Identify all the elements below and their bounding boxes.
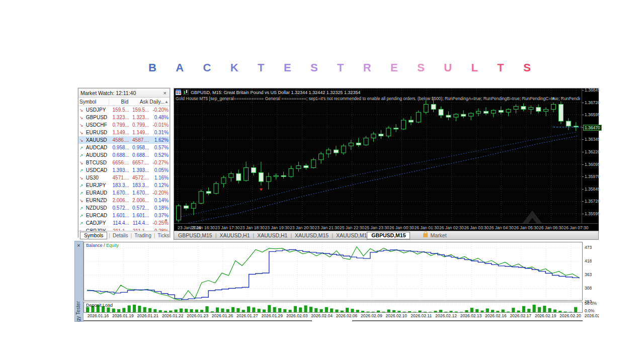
chart-tab-xauusd-h1[interactable]: XAUUSD,H1 <box>257 232 287 238</box>
arrow-up-icon: ↗ <box>79 206 86 211</box>
chart-type-icon <box>183 89 189 95</box>
scroll-down-icon[interactable]: ▼ <box>164 218 168 223</box>
ask-value: 0.688... <box>129 152 149 158</box>
date-label: 2026.02.13 <box>460 313 482 318</box>
tab-separator: | <box>109 233 110 238</box>
market-watch-tabs: Symbols|Details|Trading|Ticks <box>78 231 170 240</box>
table-row[interactable]: ↗AUDCAD0.958...0.958...0.57% <box>78 144 170 151</box>
chart-tab-gbpusd-m15[interactable]: GBPUSD,M15 <box>367 232 410 239</box>
bid-value: 0.688... <box>109 152 129 158</box>
price-label: 1.36220 <box>585 149 600 154</box>
time-label: 23 Jan 16:30 <box>190 225 215 230</box>
balance-line <box>87 249 579 299</box>
current-price-tag: 1.36470 <box>583 125 602 131</box>
value-label: 418 <box>585 258 592 263</box>
arrow-up-icon: ↗ <box>79 153 86 158</box>
date-label: 2026.01.29 <box>262 313 283 318</box>
value-label: 473 <box>585 245 592 250</box>
arrow-up-icon: ↗ <box>79 213 86 218</box>
column-header[interactable]: Daily... <box>148 99 165 105</box>
tab-details[interactable]: Details <box>111 232 130 239</box>
candlestick-chart <box>174 88 582 223</box>
arrow-up-icon: ↗ <box>79 191 86 196</box>
column-header[interactable]: Ask <box>128 99 148 105</box>
table-row[interactable]: ↘EURNZD2.006...2.006...0.14% <box>78 197 170 204</box>
tab-symbols[interactable]: Symbols <box>80 232 107 239</box>
table-row[interactable]: ↗CADJPY114.4...114.4...-0.25% <box>78 219 170 227</box>
axis-tick <box>582 201 584 202</box>
table-row[interactable]: ↘USDJPY159.5...159.5...-0.20% <box>78 106 170 114</box>
page-title: BACKTESTRESULTS <box>148 61 531 76</box>
tab-separator: | <box>154 233 155 238</box>
bid-value: 159.5... <box>109 107 129 113</box>
table-row[interactable]: ↗EURJPY183.3...183.3...0.12% <box>78 182 170 189</box>
axis-tick <box>582 164 584 165</box>
table-row[interactable]: ↗EURAUD1.670...1.670...-0.20% <box>78 189 170 197</box>
tab-ticks[interactable]: Ticks <box>155 232 171 239</box>
title-letter: T <box>258 61 264 76</box>
table-row[interactable]: ↘GBPUSD1.323...1.323...0.48% <box>78 114 170 121</box>
chart-tab-xauusd-m15[interactable]: XAUUSD,M15 <box>295 232 329 238</box>
chart-tab-market[interactable]: Market <box>423 232 446 238</box>
axis-tick <box>582 139 584 140</box>
ask-value: 183.3... <box>129 183 149 188</box>
table-row[interactable]: ↘USDCHF0.799...0.799...-0.01% <box>78 121 170 129</box>
symbol-name: AUDUSD <box>86 152 109 158</box>
chart-canvas[interactable] <box>174 88 582 223</box>
table-row[interactable]: ↗AUDUSD0.688...0.688...0.52% <box>78 151 170 159</box>
symbol-name: EURAUD <box>86 190 109 196</box>
table-row[interactable]: ↘BTCUSD6656....6657....-0.27% <box>78 159 170 166</box>
symbol-name: CADJPY <box>86 220 109 226</box>
axis-tick <box>582 152 584 152</box>
percent-label: 50.0% <box>585 301 597 306</box>
table-row[interactable]: ↗NZDUSD0.572...0.572...0.18% <box>78 204 170 212</box>
date-label: 2026.01.16 <box>88 313 109 318</box>
chart-tab-xauusd-h1[interactable]: XAUUSD,H1 <box>219 232 250 238</box>
ask-value: 211.1... <box>129 228 149 231</box>
table-row[interactable]: ↗EURCAD1.601...1.601...0.37% <box>78 212 170 219</box>
column-header[interactable]: Bid <box>109 99 128 105</box>
time-label: 23 Jan 20:30 <box>290 225 314 230</box>
time-label: 23 Jan 21:30 <box>314 225 339 230</box>
value-label: 308 <box>585 286 592 291</box>
table-row[interactable]: ↘US304571....4572....1.16% <box>78 174 170 182</box>
bid-value: 1.670... <box>109 190 129 196</box>
strategy-tester-strip[interactable]: × Strategy Tester <box>74 241 84 322</box>
price-label: 1.36720 <box>585 100 600 105</box>
symbol-name: XAUUSD <box>86 137 109 143</box>
table-row[interactable]: ↘EURUSD1.149...1.149...0.31% <box>78 129 170 136</box>
close-icon[interactable]: × <box>77 242 80 248</box>
time-label: 25 Jan 22:30 <box>340 225 364 230</box>
deposit-load-chart[interactable]: Deposit Load <box>84 302 583 313</box>
scroll-up-icon[interactable]: ▲ <box>165 100 169 104</box>
symbol-name: USDCAD <box>86 167 109 173</box>
chart-tabbar: GBPUSD,M15|XAUUSD,H1|XAUUSD,H1|XAUUSD,M1… <box>174 231 598 239</box>
table-row[interactable]: ↘XAUUSD4586....4587....1.62% <box>78 136 170 144</box>
close-icon[interactable]: × <box>163 90 168 96</box>
date-label: 2026.01.22 <box>162 313 184 318</box>
ask-value: 1.149... <box>129 130 149 135</box>
arrow-down-icon: ↘ <box>79 229 86 231</box>
tab-trading[interactable]: Trading <box>132 232 153 239</box>
column-header[interactable]: Symbol <box>79 99 109 105</box>
ask-value: 0.572... <box>129 205 149 211</box>
chart-tab-gbpusd-m15[interactable]: GBPUSD,M15 <box>178 232 212 238</box>
daily-change: -0.20% <box>149 107 169 113</box>
bid-value: 0.958... <box>109 145 129 150</box>
balance-equity-canvas <box>84 242 582 300</box>
legend-separator: / <box>103 243 107 248</box>
balance-equity-chart[interactable]: Balance / Equity <box>84 242 583 301</box>
daily-change: 0.12% <box>149 183 169 188</box>
arrow-up-icon: ↗ <box>79 183 86 188</box>
table-row[interactable]: ↗USDCAD1.393...1.393...0.05% <box>78 166 170 174</box>
time-label: 25 Jan 23:30 <box>364 225 389 230</box>
daily-change: 0.37% <box>149 213 169 218</box>
symbol-name: US30 <box>86 175 109 180</box>
market-watch-rows: ↘USDJPY159.5...159.5...-0.20%↘GBPUSD1.32… <box>78 106 170 227</box>
chart-tab-xauusd-m1[interactable]: XAUUSD,M1 <box>336 232 367 238</box>
table-row[interactable]: ↘GBPJPY211.1...211.1...-0.28% <box>78 227 170 231</box>
bid-value: 183.3... <box>109 183 129 188</box>
daily-change: -0.20% <box>149 190 169 196</box>
daily-change: 0.57% <box>149 145 169 150</box>
title-letter: S <box>417 61 425 76</box>
